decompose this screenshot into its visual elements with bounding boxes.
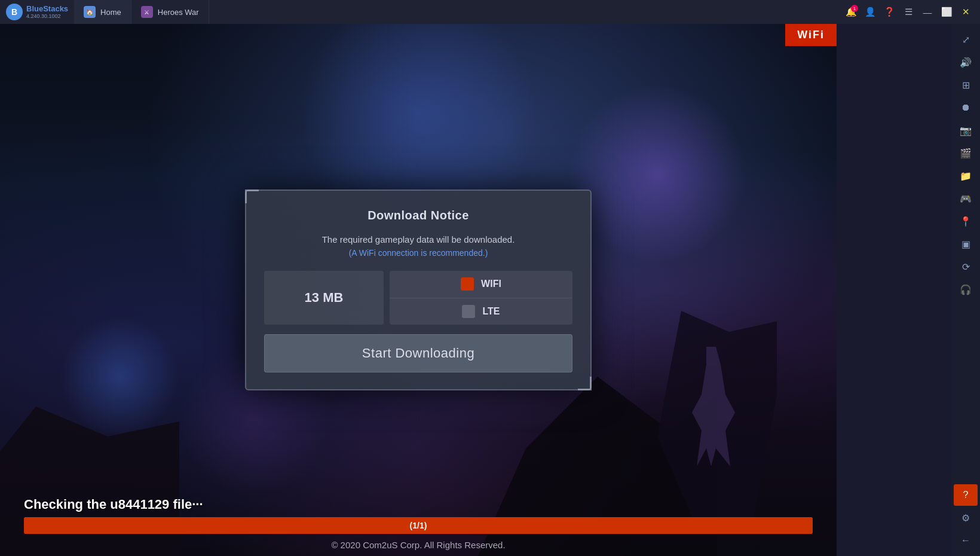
- titlebar-controls: 🔔 1 👤 ❓ ☰ — ⬜ ✕: [837, 4, 980, 20]
- titlebar: B BlueStacks 4.240.30.1002 🏠 Home ⚔ Hero…: [0, 0, 980, 24]
- question-icon[interactable]: ?: [954, 484, 978, 506]
- settings-icon[interactable]: ⚙: [954, 507, 978, 528]
- notification-badge: 1: [851, 5, 858, 12]
- main-area: WiFi Download Notice The required gamepl…: [0, 24, 837, 556]
- close-button[interactable]: ✕: [957, 4, 974, 20]
- connection-box: WIFI LTE: [390, 271, 572, 325]
- wifi-connection-item: WIFI: [390, 271, 572, 298]
- start-downloading-button[interactable]: Start Downloading: [264, 334, 572, 372]
- heroes-war-tab-label: Heroes War: [158, 8, 199, 17]
- dialog-description: The required gameplay data will be downl…: [264, 234, 572, 245]
- dialog-wifi-note: (A WiFi connection is recommended.): [264, 248, 572, 258]
- home-tab-icon: 🏠: [84, 6, 96, 18]
- wifi-badge: WiFi: [785, 24, 837, 46]
- grid-icon[interactable]: ⊞: [954, 74, 978, 96]
- notification-button[interactable]: 🔔 1: [843, 4, 859, 20]
- checking-text: Checking the u8441129 file···: [0, 492, 837, 517]
- lte-connection-item: LTE: [390, 298, 572, 325]
- folder-icon[interactable]: 📁: [954, 165, 978, 187]
- copyright-text: © 2020 Com2uS Corp. All Rights Reserved.: [0, 534, 837, 556]
- app-name: BlueStacks: [26, 4, 68, 13]
- dialog-info-row: 13 MB WIFI LTE: [264, 271, 572, 325]
- headset-icon[interactable]: 🎧: [954, 279, 978, 300]
- side-panel-icon[interactable]: ▣: [954, 233, 978, 255]
- lte-label: LTE: [482, 306, 500, 317]
- progress-label: (1/1): [410, 521, 427, 530]
- home-tab-label: Home: [100, 8, 121, 17]
- record-icon[interactable]: ⏺: [954, 97, 978, 118]
- menu-button[interactable]: ☰: [900, 4, 917, 20]
- help-button[interactable]: ❓: [881, 4, 898, 20]
- dialog-title: Download Notice: [264, 209, 572, 222]
- progress-bar-container: (1/1): [24, 517, 813, 534]
- rotate-icon[interactable]: ⟳: [954, 256, 978, 277]
- wifi-indicator: [461, 277, 474, 291]
- app-version: 4.240.30.1002: [26, 13, 68, 20]
- dialog-overlay: Download Notice The required gameplay da…: [0, 24, 837, 556]
- maximize-button[interactable]: ⬜: [938, 4, 955, 20]
- volume-icon[interactable]: 🔊: [954, 51, 978, 73]
- screenshot-icon[interactable]: 📷: [954, 120, 978, 141]
- file-size-box: 13 MB: [264, 271, 384, 325]
- back-icon[interactable]: ←: [954, 530, 978, 551]
- download-dialog: Download Notice The required gameplay da…: [245, 190, 592, 390]
- location-icon[interactable]: 📍: [954, 210, 978, 232]
- tab-home[interactable]: 🏠 Home: [74, 0, 131, 24]
- account-button[interactable]: 👤: [862, 4, 878, 20]
- heroes-war-tab-icon: ⚔: [141, 6, 153, 18]
- camera-record-icon[interactable]: 🎬: [954, 142, 978, 164]
- expand-icon[interactable]: ⤢: [954, 29, 978, 50]
- right-sidebar: ⤢ 🔊 ⊞ ⏺ 📷 🎬 📁 🎮 📍 ▣ ⟳ 🎧 ? ⚙ ←: [951, 24, 980, 556]
- bs-icon: B: [6, 4, 23, 20]
- controller-icon[interactable]: 🎮: [954, 188, 978, 209]
- bottom-bar: Checking the u8441129 file··· (1/1) © 20…: [0, 492, 837, 556]
- wifi-label: WIFI: [481, 279, 501, 289]
- bluestacks-logo: B BlueStacks 4.240.30.1002: [0, 4, 74, 20]
- lte-indicator: [462, 305, 475, 318]
- tab-heroes-war[interactable]: ⚔ Heroes War: [131, 0, 209, 24]
- minimize-button[interactable]: —: [919, 4, 936, 20]
